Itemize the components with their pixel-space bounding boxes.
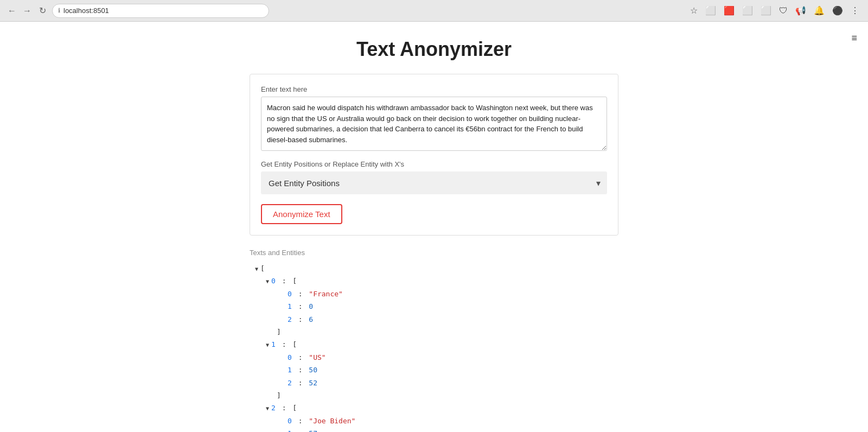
entry-2-item-1: 1 : 57 <box>288 427 618 432</box>
pip-icon[interactable]: ⬜ <box>703 4 718 17</box>
entry-2-header: ▼ 2 : [ <box>266 402 618 414</box>
root-bracket-open: ▼ [ <box>255 262 618 275</box>
page-title: Text Anonymizer <box>11 38 857 61</box>
entry-2-items: 0 : "Joe Biden" 1 : 57 <box>266 415 618 432</box>
dropdown-wrapper: Get Entity Positions Replace Entity with… <box>261 171 607 194</box>
json-tree: ▼ [ ▼ 0 : [ 0 : "France" <box>250 262 618 432</box>
dropdown-label: Get Entity Positions or Replace Entity w… <box>261 160 607 168</box>
entry-1-bracket-close: ] <box>266 389 618 402</box>
entry-1-item-0: 0 : "US" <box>288 351 618 364</box>
results-label: Texts and Entities <box>250 249 618 257</box>
menu-dots-icon[interactable]: ⋮ <box>848 4 861 17</box>
entry-0-item-2: 2 : 6 <box>288 313 618 326</box>
avatar-icon[interactable]: ⚫ <box>830 4 845 17</box>
entry-2: ▼ 2 : [ 0 : "Joe Biden" 1 : 57 <box>255 402 618 432</box>
forward-button[interactable]: → <box>22 5 33 16</box>
entry-1-header: ▼ 1 : [ <box>266 338 618 351</box>
entry-0: ▼ 0 : [ 0 : "France" 1 : 0 <box>255 275 618 338</box>
entry-0-collapse[interactable]: ▼ <box>266 277 269 287</box>
entry-1-collapse[interactable]: ▼ <box>266 340 269 350</box>
entry-0-items: 0 : "France" 1 : 0 2 : 6 <box>266 288 618 326</box>
results-section: Texts and Entities ▼ [ ▼ 0 : [ 0 : <box>250 249 618 432</box>
entry-1-item-1: 1 : 50 <box>288 364 618 376</box>
root-collapse-arrow[interactable]: ▼ <box>255 264 258 274</box>
entry-0-item-1: 1 : 0 <box>288 300 618 313</box>
ext-icon-2[interactable]: ⬜ <box>740 4 755 17</box>
entry-0-item-0: 0 : "France" <box>288 288 618 300</box>
entry-1: ▼ 1 : [ 0 : "US" 1 : 50 <box>255 338 618 402</box>
anonymize-button[interactable]: Anonymize Text <box>261 204 342 224</box>
ext-icon-1[interactable]: 🟥 <box>722 4 737 17</box>
ext-icon-4[interactable]: 🛡 <box>777 5 790 17</box>
operation-dropdown[interactable]: Get Entity Positions Replace Entity with… <box>261 171 607 194</box>
main-card: Enter text here Macron said he would dis… <box>250 74 618 236</box>
refresh-button[interactable]: ↻ <box>37 5 48 16</box>
star-icon[interactable]: ☆ <box>688 4 700 17</box>
url-text: localhost:8501 <box>63 7 109 15</box>
entry-1-item-2: 2 : 52 <box>288 377 618 389</box>
browser-action-icons: ☆ ⬜ 🟥 ⬜ ⬜ 🛡 📢 🔔 ⚫ ⋮ <box>688 4 861 17</box>
entry-2-collapse[interactable]: ▼ <box>266 404 269 414</box>
page-content: ≡ Text Anonymizer Enter text here Macron… <box>0 22 868 432</box>
lock-icon: ℹ <box>58 7 60 14</box>
text-input-label: Enter text here <box>261 85 607 93</box>
entry-0-header: ▼ 0 : [ <box>266 275 618 287</box>
ext-icon-5[interactable]: 📢 <box>793 4 808 17</box>
entry-2-item-0: 0 : "Joe Biden" <box>288 415 618 427</box>
back-button[interactable]: ← <box>7 5 17 16</box>
browser-chrome: ← → ↻ ℹ localhost:8501 ☆ ⬜ 🟥 ⬜ ⬜ 🛡 📢 🔔 ⚫… <box>0 0 868 22</box>
url-bar[interactable]: ℹ localhost:8501 <box>52 4 269 18</box>
text-input[interactable]: Macron said he would dispatch his withdr… <box>261 97 607 151</box>
ext-icon-3[interactable]: ⬜ <box>758 4 774 17</box>
entry-0-bracket-close: ] <box>266 326 618 338</box>
ext-icon-6[interactable]: 🔔 <box>812 4 827 17</box>
hamburger-menu[interactable]: ≡ <box>851 33 857 44</box>
entry-1-items: 0 : "US" 1 : 50 2 : 52 <box>266 351 618 389</box>
